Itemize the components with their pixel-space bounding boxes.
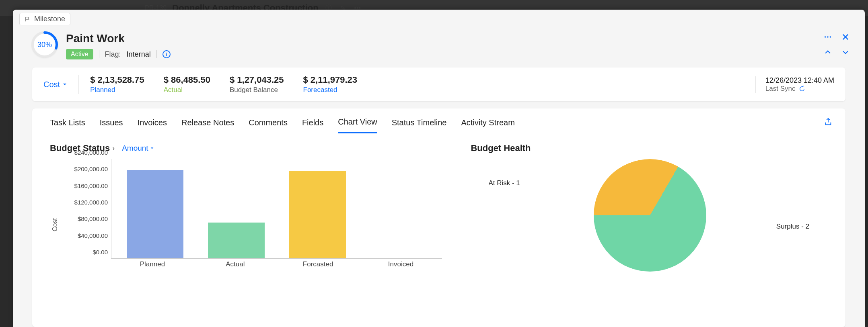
y-tick: $0.00	[93, 249, 108, 255]
status-badge: Active	[66, 49, 93, 59]
info-icon[interactable]: i	[162, 50, 171, 58]
x-tick: Actual	[194, 260, 277, 272]
cost-actual-label: Actual	[164, 86, 210, 94]
next-milestone-button[interactable]	[841, 47, 850, 57]
chevron-right-icon: ›	[112, 144, 115, 153]
cost-planned-value: $ 2,13,528.75	[90, 75, 144, 85]
y-tick: $240,000.00	[74, 149, 108, 156]
tab-fields[interactable]: Fields	[302, 118, 323, 133]
tab-task-lists[interactable]: Task Lists	[50, 118, 85, 133]
chevron-down-icon	[150, 146, 154, 150]
svg-point-4	[830, 36, 831, 38]
amount-dropdown-label: Amount	[122, 144, 148, 153]
tab-release-notes[interactable]: Release Notes	[181, 118, 234, 133]
cost-actual-value: $ 86,485.50	[164, 75, 210, 85]
y-tick: $120,000.00	[74, 199, 108, 206]
milestone-tag-label: Milestone	[34, 15, 65, 23]
cost-forecasted-label[interactable]: Forecasted	[303, 86, 358, 94]
chevron-down-icon	[62, 82, 67, 87]
pie-chart	[594, 159, 706, 272]
y-tick: $40,000.00	[78, 232, 108, 239]
cost-planned: $ 2,13,528.75 Planned	[90, 75, 144, 94]
x-tick: Planned	[111, 260, 194, 272]
bar-actual	[208, 223, 265, 258]
divider	[99, 50, 99, 58]
cost-forecasted: $ 2,11,979.23 Forecasted	[303, 75, 358, 94]
tab-chart-view[interactable]: Chart View	[338, 117, 377, 133]
x-tick: Forcasted	[277, 260, 360, 272]
pie-label-surplus: Surplus - 2	[776, 223, 809, 231]
last-sync-time: 12/26/2023 12:40 AM	[765, 76, 834, 85]
divider	[78, 75, 79, 94]
tab-activity-stream[interactable]: Activity Stream	[461, 118, 514, 133]
y-axis-label: Cost	[50, 159, 59, 272]
milestone-title: Paint Work	[66, 32, 814, 45]
cost-dropdown[interactable]: Cost	[43, 80, 78, 89]
refresh-icon[interactable]	[799, 86, 805, 92]
divider	[156, 50, 157, 58]
cost-balance-label: Budget Balance	[230, 86, 284, 94]
last-sync-label: Last Sync	[765, 85, 796, 93]
x-tick: Invoiced	[360, 260, 442, 272]
flag-label: Flag:	[105, 50, 121, 59]
detail-header: 30% Paint Work Active Flag: Internal i	[13, 10, 865, 67]
pie-label-at-risk: At Risk - 1	[488, 179, 520, 187]
prev-milestone-button[interactable]	[823, 47, 833, 57]
cost-forecasted-value: $ 2,11,979.23	[303, 75, 358, 85]
flag-value: Internal	[127, 50, 151, 59]
y-tick: $160,000.00	[74, 182, 108, 189]
tab-bar: Task ListsIssuesInvoicesRelease NotesCom…	[32, 108, 845, 133]
last-sync-block: 12/26/2023 12:40 AM Last Sync	[755, 76, 834, 93]
bar-planned	[127, 170, 183, 258]
budget-status-chart: Budget Status › Amount Cost $0.00$40,000…	[50, 143, 456, 327]
chart-panel: Task ListsIssuesInvoicesRelease NotesCom…	[32, 108, 845, 327]
y-tick: $200,000.00	[74, 166, 108, 172]
cost-balance-value: $ 1,27,043.25	[230, 75, 284, 85]
cost-planned-label[interactable]: Planned	[90, 86, 144, 94]
milestone-detail-modal: Milestone 30% Paint Work Active Flag: In…	[13, 10, 865, 327]
milestone-icon	[25, 16, 31, 22]
tab-invoices[interactable]: Invoices	[138, 118, 167, 133]
budget-health-chart: Budget Health At Risk - 1Surplus - 2	[461, 143, 829, 327]
budget-health-title: Budget Health	[471, 143, 531, 153]
bar-forcasted	[289, 171, 346, 258]
more-actions-button[interactable]	[823, 32, 833, 42]
tab-issues[interactable]: Issues	[100, 118, 123, 133]
cost-dropdown-label: Cost	[43, 80, 60, 89]
y-tick: $80,000.00	[78, 215, 108, 222]
export-icon[interactable]	[824, 117, 833, 133]
milestone-tag[interactable]: Milestone	[19, 13, 70, 25]
progress-circle: 30%	[32, 32, 57, 57]
cost-summary-bar: Cost $ 2,13,528.75 Planned $ 86,485.50 A…	[32, 67, 845, 101]
tab-status-timeline[interactable]: Status Timeline	[392, 118, 447, 133]
cost-actual: $ 86,485.50 Actual	[164, 75, 210, 94]
cost-balance: $ 1,27,043.25 Budget Balance	[230, 75, 284, 94]
svg-point-2	[825, 36, 826, 38]
amount-dropdown[interactable]: Amount	[122, 144, 154, 153]
svg-point-3	[827, 36, 829, 38]
tab-comments[interactable]: Comments	[249, 118, 288, 133]
close-button[interactable]	[841, 32, 850, 42]
